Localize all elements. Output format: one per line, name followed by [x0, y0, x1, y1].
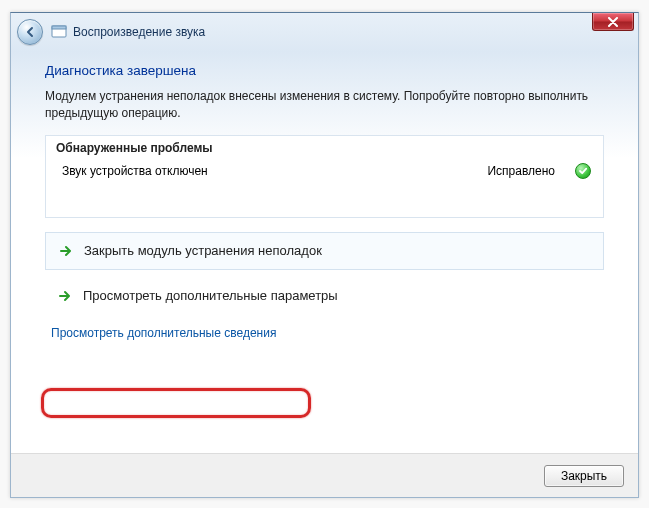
close-window-button[interactable]	[592, 13, 634, 31]
problem-status: Исправлено	[487, 164, 555, 178]
arrow-right-icon	[57, 288, 73, 304]
close-troubleshooter-label: Закрыть модуль устранения неполадок	[84, 243, 322, 258]
svg-rect-1	[52, 26, 66, 29]
troubleshooter-window: Воспроизведение звука Диагностика заверш…	[10, 12, 639, 498]
arrow-right-icon	[58, 243, 74, 259]
content-area: Диагностика завершена Модулем устранения…	[11, 51, 638, 354]
view-details-link[interactable]: Просмотреть дополнительные сведения	[51, 326, 276, 340]
explore-options-label: Просмотреть дополнительные параметры	[83, 288, 338, 303]
footer: Закрыть	[11, 453, 638, 497]
close-icon	[607, 17, 619, 27]
problems-panel: Обнаруженные проблемы Звук устройства от…	[45, 135, 604, 218]
back-arrow-icon	[23, 25, 37, 39]
check-icon	[575, 163, 591, 179]
annotation-highlight	[41, 388, 311, 418]
problem-row: Звук устройства отключен Исправлено	[46, 158, 603, 187]
titlebar: Воспроизведение звука	[11, 13, 638, 51]
page-description: Модулем устранения неполадок внесены изм…	[45, 88, 604, 123]
problem-name: Звук устройства отключен	[62, 164, 487, 178]
close-button[interactable]: Закрыть	[544, 465, 624, 487]
troubleshooter-icon	[51, 24, 67, 40]
explore-options-button[interactable]: Просмотреть дополнительные параметры	[45, 282, 604, 312]
page-heading: Диагностика завершена	[45, 63, 604, 78]
window-title: Воспроизведение звука	[73, 25, 205, 39]
problems-header: Обнаруженные проблемы	[46, 136, 603, 158]
back-button[interactable]	[17, 19, 43, 45]
close-troubleshooter-button[interactable]: Закрыть модуль устранения неполадок	[45, 232, 604, 270]
